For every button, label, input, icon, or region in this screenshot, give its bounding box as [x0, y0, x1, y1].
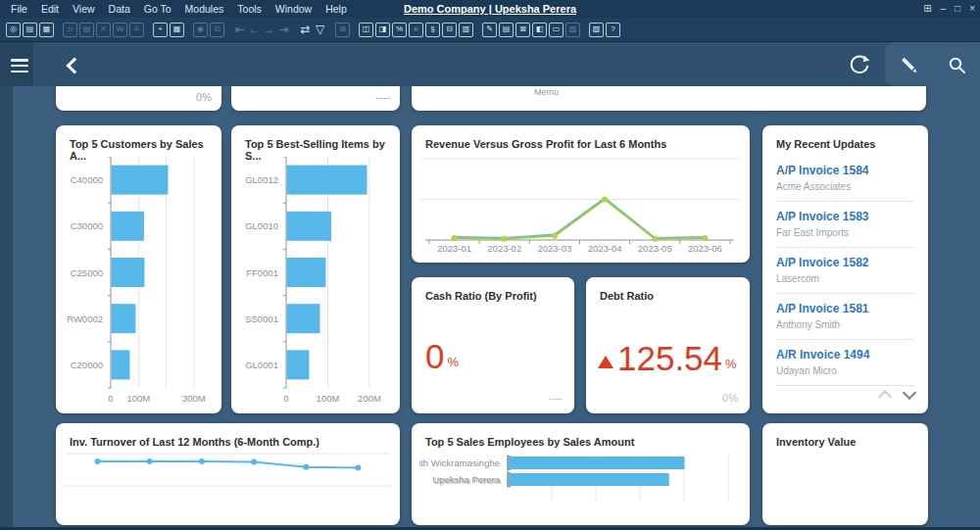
svg-text:GL0010: GL0010 — [245, 220, 278, 231]
goto-icon: ⊡ — [210, 23, 224, 37]
next-record-icon: → — [263, 24, 275, 36]
edit-button[interactable] — [898, 54, 921, 77]
menu-item-help[interactable]: Help — [318, 3, 354, 15]
svg-text:300M: 300M — [182, 393, 206, 404]
find-icon: ◉ — [193, 23, 208, 37]
debt-ratio-value: 125.54% — [598, 341, 737, 375]
menu-item-modules[interactable]: Modules — [178, 3, 231, 15]
recent-updates-list: A/P Invoice 1584Acme AssociatesA/P Invoi… — [776, 156, 914, 386]
partial-kpi-card: ---- — [231, 86, 400, 111]
window-controls: ⊞–□× — [923, 0, 975, 18]
print-preview-icon[interactable]: ◎ — [6, 23, 21, 37]
card-title: Cash Ratio (By Profit) — [412, 277, 574, 302]
svg-text:Upeksha Perera: Upeksha Perera — [432, 474, 500, 485]
cash-ratio-value: 0% — [425, 339, 459, 373]
update-subtitle: Far East Imports — [776, 227, 914, 238]
update-item: A/P Invoice 1583Far East Imports — [776, 202, 914, 248]
toolbar: ◎▤▦▱▤XW≡+▦◉⊡⇤←→⇥⇄▽⊞◫◨%○§⊟▥✎▤⊠◧▭▨▧? — [0, 18, 980, 42]
window-title: Demo Company | Upeksha Perera — [404, 3, 576, 15]
update-link[interactable]: A/P Invoice 1582 — [776, 256, 914, 269]
menu-item-window[interactable]: Window — [269, 3, 318, 15]
menu-item-data[interactable]: Data — [102, 3, 137, 15]
header-band — [0, 42, 980, 86]
top-sales-employees-chart: Ajith WickramasingheUpeksha PereraUpeksh… — [419, 451, 742, 523]
open-icon[interactable]: ▦ — [39, 23, 54, 37]
settings-icon[interactable]: ⊠ — [515, 23, 530, 37]
svg-text:C30000: C30000 — [71, 220, 103, 231]
menu-item-file[interactable]: File — [4, 3, 34, 15]
svg-text:GL0012: GL0012 — [245, 174, 278, 185]
inventory-value-card: Inventory Value — [762, 423, 928, 525]
menu-item-view[interactable]: View — [66, 3, 102, 15]
chevron-up-icon[interactable] — [878, 390, 892, 404]
transaction-journal-icon[interactable]: ▥ — [459, 23, 473, 37]
refresh-icon — [848, 54, 871, 77]
svg-text:GL0001: GL0001 — [245, 360, 278, 370]
payment-means-icon[interactable]: § — [425, 23, 440, 37]
send-icon: ▱ — [63, 23, 77, 37]
export-excel-icon: X — [96, 23, 111, 37]
menu-icon[interactable] — [11, 59, 28, 72]
volume-weight-icon[interactable]: ○ — [409, 23, 423, 37]
close-window-icon[interactable]: × — [969, 4, 975, 14]
menu-item-tools[interactable]: Tools — [230, 3, 269, 15]
svg-text:SS0001: SS0001 — [245, 313, 278, 324]
top-customers-chart: C40000C30000C25000RW0002C200000100M300M — [60, 157, 216, 408]
gross-profit-icon[interactable]: % — [392, 23, 407, 37]
menu-item-go-to[interactable]: Go To — [137, 3, 178, 15]
card-title: Inv. Turnover of Last 12 Months (6-Month… — [56, 423, 400, 448]
svg-text:100M: 100M — [126, 393, 150, 404]
left-sidebar-strip — [0, 86, 13, 527]
update-subtitle: Acme Associates — [776, 181, 914, 192]
update-item: A/R Invoice 1494Udayan Micro — [776, 340, 914, 386]
back-button[interactable] — [65, 57, 80, 72]
copy-special-icon: ▤ — [79, 23, 94, 37]
first-record-icon: ⇤ — [233, 24, 246, 36]
update-link[interactable]: A/P Invoice 1583 — [776, 210, 914, 223]
kpi-value: 0% — [196, 91, 212, 103]
cash-ratio-footer: ---- — [548, 392, 563, 404]
filter-icon[interactable]: ▽ — [314, 24, 326, 36]
update-item: A/P Invoice 1582Lasercom — [776, 248, 914, 294]
restore-window-icon[interactable]: □ — [955, 4, 960, 14]
document-printing-icon[interactable]: ▤ — [499, 23, 514, 37]
chevron-down-icon[interactable] — [903, 386, 916, 400]
minimize-window-icon[interactable]: – — [941, 4, 947, 14]
export-word-icon: W — [113, 23, 127, 37]
search-button[interactable] — [947, 55, 970, 78]
memo-column-header: Memo — [534, 87, 559, 97]
refresh-button[interactable] — [848, 54, 871, 77]
inventory-turnover-chart — [62, 449, 394, 521]
last-record-icon: ⇥ — [277, 24, 290, 36]
print-icon[interactable]: ▤ — [23, 23, 37, 37]
menu-items: FileEditViewDataGo ToModulesToolsWindowH… — [0, 3, 354, 15]
update-link[interactable]: A/R Invoice 1494 — [776, 348, 914, 361]
move-icon[interactable]: + — [153, 23, 168, 37]
edit-mode-icon[interactable]: ✎ — [482, 23, 497, 37]
query-generator-icon[interactable]: ◧ — [532, 23, 547, 37]
svg-text:Ajith Wickramasinghe: Ajith Wickramasinghe — [419, 458, 500, 468]
menu-bar: FileEditViewDataGo ToModulesToolsWindowH… — [0, 0, 980, 18]
svg-text:200M: 200M — [358, 393, 381, 404]
update-link[interactable]: A/P Invoice 1584 — [776, 164, 914, 177]
card-title: Top 5 Sales Employees by Sales Amount — [412, 423, 750, 448]
form-settings-icon[interactable]: ▦ — [170, 23, 184, 37]
revenue-gross-profit-chart: 2023-012023-022023-032023-042023-052023-… — [417, 153, 744, 259]
search-icon — [947, 55, 968, 76]
chevron-left-icon — [67, 58, 83, 74]
journal-entry-icon[interactable]: ⊟ — [442, 23, 457, 37]
online-help-icon[interactable]: ? — [606, 23, 620, 37]
menu-item-edit[interactable]: Edit — [34, 3, 66, 15]
partial-kpi-card: 0% — [56, 86, 221, 111]
up-triangle-icon — [598, 356, 613, 368]
workflow-icon[interactable]: ▧ — [589, 23, 604, 37]
update-link[interactable]: A/P Invoice 1581 — [776, 302, 914, 315]
grid-window-icon[interactable]: ⊞ — [923, 4, 931, 14]
svg-text:2023-06: 2023-06 — [688, 243, 722, 254]
refresh-record-icon[interactable]: ⇄ — [299, 24, 312, 36]
base-document-icon[interactable]: ◫ — [359, 23, 373, 37]
cash-ratio-card: Cash Ratio (By Profit) 0% ---- — [412, 277, 574, 413]
messages-icon[interactable]: ▭ — [549, 23, 564, 37]
target-document-icon[interactable]: ◨ — [375, 23, 390, 37]
card-title: Revenue Versus Gross Profit for Last 6 M… — [412, 125, 750, 150]
